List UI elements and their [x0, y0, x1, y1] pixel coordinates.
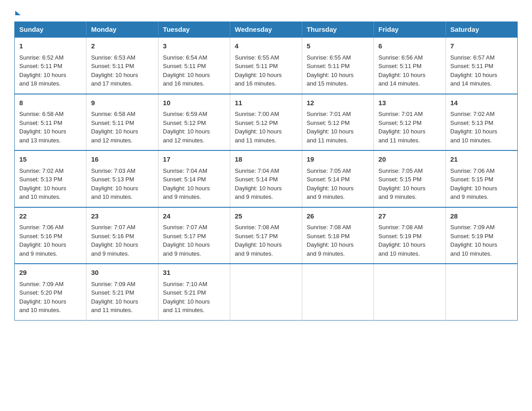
calendar-cell: 13 Sunrise: 7:01 AMSunset: 5:12 PMDaylig… — [374, 94, 446, 151]
day-info: Sunrise: 7:01 AMSunset: 5:12 PMDaylight:… — [378, 111, 425, 144]
calendar-cell — [374, 264, 446, 320]
calendar-body: 1 Sunrise: 6:52 AMSunset: 5:11 PMDayligh… — [15, 37, 518, 320]
calendar-cell: 9 Sunrise: 6:58 AMSunset: 5:11 PMDayligh… — [86, 94, 158, 151]
calendar-cell: 8 Sunrise: 6:58 AMSunset: 5:11 PMDayligh… — [15, 94, 86, 151]
day-info: Sunrise: 7:04 AMSunset: 5:14 PMDaylight:… — [163, 167, 210, 201]
logo — [14, 11, 21, 13]
calendar-cell: 5 Sunrise: 6:55 AMSunset: 5:11 PMDayligh… — [302, 37, 373, 94]
day-info: Sunrise: 7:03 AMSunset: 5:13 PMDaylight:… — [91, 167, 138, 201]
day-info: Sunrise: 7:06 AMSunset: 5:15 PMDaylight:… — [450, 167, 498, 201]
calendar-cell — [230, 264, 302, 320]
day-info: Sunrise: 7:04 AMSunset: 5:14 PMDaylight:… — [235, 167, 282, 201]
day-number: 1 — [19, 41, 82, 51]
logo-text — [14, 11, 21, 15]
weekday-header-row: SundayMondayTuesdayWednesdayThursdayFrid… — [15, 22, 518, 38]
day-number: 23 — [91, 211, 153, 222]
day-info: Sunrise: 6:52 AMSunset: 5:11 PMDaylight:… — [19, 54, 66, 87]
day-number: 29 — [19, 268, 82, 278]
calendar-cell: 24 Sunrise: 7:07 AMSunset: 5:17 PMDaylig… — [158, 207, 230, 264]
calendar-cell: 31 Sunrise: 7:10 AMSunset: 5:21 PMDaylig… — [158, 264, 230, 320]
day-number: 3 — [163, 41, 225, 51]
day-number: 27 — [378, 211, 441, 222]
calendar-cell: 1 Sunrise: 6:52 AMSunset: 5:11 PMDayligh… — [15, 37, 86, 94]
calendar-cell: 27 Sunrise: 7:08 AMSunset: 5:19 PMDaylig… — [374, 207, 446, 264]
day-info: Sunrise: 7:09 AMSunset: 5:21 PMDaylight:… — [91, 281, 138, 314]
day-number: 6 — [378, 41, 441, 51]
calendar-cell: 26 Sunrise: 7:08 AMSunset: 5:18 PMDaylig… — [302, 207, 373, 264]
day-info: Sunrise: 6:55 AMSunset: 5:11 PMDaylight:… — [235, 54, 282, 87]
day-info: Sunrise: 7:07 AMSunset: 5:17 PMDaylight:… — [163, 224, 210, 257]
day-info: Sunrise: 7:05 AMSunset: 5:14 PMDaylight:… — [307, 167, 354, 201]
calendar-cell: 30 Sunrise: 7:09 AMSunset: 5:21 PMDaylig… — [86, 264, 158, 320]
calendar-cell: 21 Sunrise: 7:06 AMSunset: 5:15 PMDaylig… — [446, 150, 517, 207]
calendar-week-row: 8 Sunrise: 6:58 AMSunset: 5:11 PMDayligh… — [15, 94, 518, 151]
day-number: 15 — [19, 154, 82, 165]
day-info: Sunrise: 6:55 AMSunset: 5:11 PMDaylight:… — [307, 54, 354, 87]
calendar-cell: 23 Sunrise: 7:07 AMSunset: 5:16 PMDaylig… — [86, 207, 158, 264]
calendar-cell: 20 Sunrise: 7:05 AMSunset: 5:15 PMDaylig… — [374, 150, 446, 207]
calendar-cell: 12 Sunrise: 7:01 AMSunset: 5:12 PMDaylig… — [302, 94, 373, 151]
weekday-header-monday: Monday — [86, 22, 158, 38]
calendar-cell: 17 Sunrise: 7:04 AMSunset: 5:14 PMDaylig… — [158, 150, 230, 207]
calendar-table: SundayMondayTuesdayWednesdayThursdayFrid… — [14, 21, 518, 321]
day-number: 24 — [163, 211, 225, 222]
calendar-cell: 16 Sunrise: 7:03 AMSunset: 5:13 PMDaylig… — [86, 150, 158, 207]
day-info: Sunrise: 6:57 AMSunset: 5:11 PMDaylight:… — [450, 54, 498, 87]
weekday-header-thursday: Thursday — [302, 22, 373, 38]
day-info: Sunrise: 6:56 AMSunset: 5:11 PMDaylight:… — [378, 54, 425, 87]
day-number: 21 — [450, 154, 513, 165]
weekday-header-sunday: Sunday — [15, 22, 86, 38]
weekday-header-friday: Friday — [374, 22, 446, 38]
calendar-cell: 6 Sunrise: 6:56 AMSunset: 5:11 PMDayligh… — [374, 37, 446, 94]
day-number: 28 — [450, 211, 513, 222]
day-info: Sunrise: 7:00 AMSunset: 5:12 PMDaylight:… — [235, 111, 282, 144]
day-number: 17 — [163, 154, 225, 165]
day-number: 31 — [163, 268, 225, 278]
day-number: 4 — [235, 41, 297, 51]
day-number: 26 — [307, 211, 369, 222]
day-number: 22 — [19, 211, 82, 222]
day-info: Sunrise: 7:08 AMSunset: 5:18 PMDaylight:… — [307, 224, 354, 257]
calendar-cell: 3 Sunrise: 6:54 AMSunset: 5:11 PMDayligh… — [158, 37, 230, 94]
day-info: Sunrise: 7:05 AMSunset: 5:15 PMDaylight:… — [378, 167, 425, 201]
calendar-week-row: 29 Sunrise: 7:09 AMSunset: 5:20 PMDaylig… — [15, 264, 518, 320]
day-info: Sunrise: 7:01 AMSunset: 5:12 PMDaylight:… — [307, 111, 354, 144]
weekday-header-tuesday: Tuesday — [158, 22, 230, 38]
calendar-cell: 4 Sunrise: 6:55 AMSunset: 5:11 PMDayligh… — [230, 37, 302, 94]
day-number: 8 — [19, 98, 82, 108]
day-number: 19 — [307, 154, 369, 165]
day-number: 14 — [450, 98, 513, 108]
calendar-week-row: 22 Sunrise: 7:06 AMSunset: 5:16 PMDaylig… — [15, 207, 518, 264]
weekday-header-saturday: Saturday — [446, 22, 517, 38]
day-number: 2 — [91, 41, 153, 51]
day-info: Sunrise: 7:09 AMSunset: 5:20 PMDaylight:… — [19, 281, 66, 314]
calendar-cell: 14 Sunrise: 7:02 AMSunset: 5:13 PMDaylig… — [446, 94, 517, 151]
calendar-cell: 25 Sunrise: 7:08 AMSunset: 5:17 PMDaylig… — [230, 207, 302, 264]
weekday-header-wednesday: Wednesday — [230, 22, 302, 38]
day-number: 10 — [163, 98, 225, 108]
logo-arrow-icon — [15, 11, 21, 15]
day-number: 18 — [235, 154, 297, 165]
day-number: 9 — [91, 98, 153, 108]
day-number: 20 — [378, 154, 441, 165]
day-info: Sunrise: 6:54 AMSunset: 5:11 PMDaylight:… — [163, 54, 210, 87]
page-header — [14, 11, 518, 13]
calendar-cell: 29 Sunrise: 7:09 AMSunset: 5:20 PMDaylig… — [15, 264, 86, 320]
day-number: 25 — [235, 211, 297, 222]
calendar-week-row: 1 Sunrise: 6:52 AMSunset: 5:11 PMDayligh… — [15, 37, 518, 94]
calendar-cell: 10 Sunrise: 6:59 AMSunset: 5:12 PMDaylig… — [158, 94, 230, 151]
day-number: 13 — [378, 98, 441, 108]
calendar-cell: 28 Sunrise: 7:09 AMSunset: 5:19 PMDaylig… — [446, 207, 517, 264]
calendar-header: SundayMondayTuesdayWednesdayThursdayFrid… — [15, 22, 518, 38]
day-info: Sunrise: 6:58 AMSunset: 5:11 PMDaylight:… — [19, 111, 66, 144]
calendar-cell: 7 Sunrise: 6:57 AMSunset: 5:11 PMDayligh… — [446, 37, 517, 94]
day-number: 7 — [450, 41, 513, 51]
day-number: 16 — [91, 154, 153, 165]
day-info: Sunrise: 6:53 AMSunset: 5:11 PMDaylight:… — [91, 54, 138, 87]
day-info: Sunrise: 7:10 AMSunset: 5:21 PMDaylight:… — [163, 281, 210, 314]
day-info: Sunrise: 7:06 AMSunset: 5:16 PMDaylight:… — [19, 224, 66, 257]
day-info: Sunrise: 7:02 AMSunset: 5:13 PMDaylight:… — [450, 111, 498, 144]
day-info: Sunrise: 7:08 AMSunset: 5:17 PMDaylight:… — [235, 224, 282, 257]
calendar-cell: 19 Sunrise: 7:05 AMSunset: 5:14 PMDaylig… — [302, 150, 373, 207]
calendar-week-row: 15 Sunrise: 7:02 AMSunset: 5:13 PMDaylig… — [15, 150, 518, 207]
